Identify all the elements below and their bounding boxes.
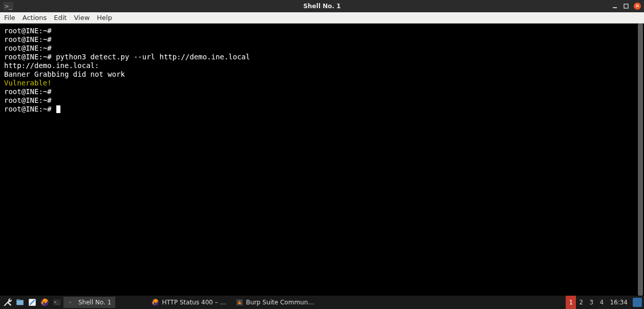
task-label: Shell No. 1 — [78, 299, 111, 306]
svg-rect-3 — [16, 299, 19, 301]
menu-actions[interactable]: Actions — [23, 14, 47, 21]
terminal-icon[interactable]: >_ — [51, 297, 62, 308]
terminal-command: python3 detect.py --url http://demo.ine.… — [56, 53, 250, 61]
svg-text:>_: >_ — [54, 300, 59, 304]
files-icon[interactable] — [14, 297, 26, 308]
burp-icon — [235, 298, 244, 306]
svg-rect-1 — [624, 4, 628, 8]
menu-file[interactable]: File — [4, 14, 15, 21]
taskbar: >_ >_ Shell No. 1 HTTP Status 400 – … Bu… — [0, 296, 644, 309]
terminal[interactable]: root@INE:~# root@INE:~# root@INE:~# root… — [0, 24, 644, 296]
scrollbar-thumb[interactable] — [638, 24, 643, 296]
minimize-button[interactable] — [611, 3, 618, 10]
terminal-scrollbar[interactable] — [638, 24, 643, 296]
task-burp[interactable]: Burp Suite Commun… — [231, 297, 318, 308]
prompt-user: root@INE — [4, 27, 38, 35]
terminal-vulnerable-line: Vulnerable! — [4, 79, 52, 87]
menu-view[interactable]: View — [74, 14, 90, 21]
firefox-icon — [151, 298, 159, 306]
task-http-status[interactable]: HTTP Status 400 – … — [147, 297, 230, 308]
menu-edit[interactable]: Edit — [54, 14, 67, 21]
task-label: Burp Suite Commun… — [246, 299, 314, 306]
maximize-button[interactable] — [622, 3, 630, 10]
titlebar[interactable]: >_ Shell No. 1 ✕ — [0, 0, 644, 12]
terminal-icon: >_ — [68, 298, 76, 306]
show-desktop-button[interactable] — [633, 298, 642, 307]
window-title: Shell No. 1 — [0, 3, 644, 10]
editor-icon[interactable] — [27, 297, 38, 308]
task-shell[interactable]: >_ Shell No. 1 — [63, 297, 115, 308]
close-button[interactable]: ✕ — [634, 3, 641, 10]
clock[interactable]: 16:34 — [607, 299, 631, 306]
terminal-app-icon: >_ — [3, 2, 13, 10]
taskbar-left: >_ >_ Shell No. 1 HTTP Status 400 – … Bu… — [2, 297, 318, 308]
terminal-cursor — [56, 105, 60, 113]
svg-text:>_: >_ — [69, 300, 73, 304]
workspace-3[interactable]: 3 — [586, 296, 596, 309]
window-controls: ✕ — [611, 3, 641, 10]
terminal-output-line: http://demo.ine.local: — [4, 61, 99, 70]
taskbar-right: 1 2 3 4 16:34 — [566, 296, 642, 309]
menu-help[interactable]: Help — [97, 14, 112, 21]
menubar: File Actions Edit View Help — [0, 12, 644, 24]
app-window: >_ Shell No. 1 ✕ File Actions Edit View … — [0, 0, 644, 309]
firefox-icon[interactable] — [39, 297, 50, 308]
task-label: HTTP Status 400 – … — [162, 299, 226, 306]
tools-icon[interactable] — [2, 297, 13, 308]
terminal-output-line: Banner Grabbing did not work — [4, 70, 125, 78]
workspace-4[interactable]: 4 — [596, 296, 607, 309]
workspace-2[interactable]: 2 — [576, 296, 586, 309]
workspace-1[interactable]: 1 — [566, 296, 576, 309]
